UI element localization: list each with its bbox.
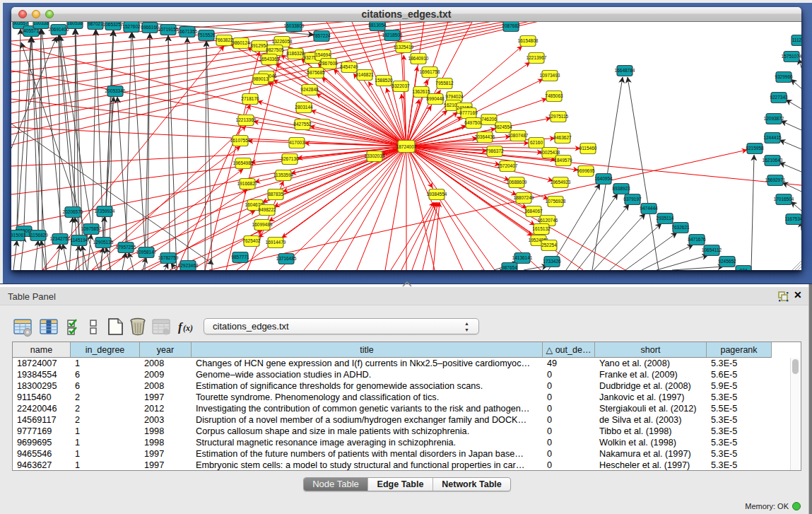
svg-text:9329966: 9329966: [775, 74, 793, 79]
svg-text:12905135: 12905135: [93, 240, 114, 245]
svg-text:12342757: 12342757: [50, 236, 71, 241]
svg-text:8938923: 8938923: [612, 186, 630, 191]
svg-text:252254: 252254: [541, 243, 557, 247]
svg-text:8813054: 8813054: [368, 23, 387, 28]
svg-text:12923468: 12923468: [178, 263, 199, 268]
svg-text:13716485: 13716485: [276, 256, 297, 261]
svg-text:11353594: 11353594: [273, 173, 294, 177]
svg-text:16107554: 16107554: [230, 138, 251, 143]
svg-text:20053346: 20053346: [105, 88, 126, 93]
svg-text:9227343: 9227343: [770, 95, 788, 100]
svg-text:10973493: 10973493: [540, 73, 560, 78]
svg-text:9827505: 9827505: [266, 47, 284, 52]
svg-text:19654983: 19654983: [233, 160, 254, 165]
svg-text:8990448: 8990448: [426, 96, 445, 101]
svg-text:18807249: 18807249: [514, 195, 534, 200]
svg-text:16099489: 16099489: [252, 222, 273, 227]
svg-text:16033809: 16033809: [284, 23, 305, 28]
svg-text:14136141: 14136141: [512, 255, 533, 260]
svg-text:16648784: 16648784: [615, 68, 635, 73]
svg-text:887835: 887835: [268, 192, 283, 197]
svg-text:15720407: 15720407: [498, 163, 518, 168]
svg-text:16210643: 16210643: [763, 158, 783, 163]
svg-text:7663822: 7663822: [215, 37, 233, 42]
svg-text:16543362: 16543362: [259, 57, 280, 62]
svg-text:924: 924: [740, 268, 748, 270]
svg-text:9794024: 9794024: [445, 94, 464, 99]
svg-text:3915061: 3915061: [11, 233, 26, 238]
svg-text:987654: 987654: [502, 265, 517, 270]
svg-text:1527602: 1527602: [122, 24, 141, 29]
svg-text:9857771: 9857771: [231, 255, 249, 259]
svg-text:9474444: 9474444: [640, 206, 658, 211]
svg-text:17957255: 17957255: [116, 245, 136, 250]
svg-text:10756928: 10756928: [546, 199, 566, 204]
svg-text:746206: 746206: [481, 117, 497, 122]
svg-text:19384554: 19384554: [427, 192, 447, 197]
svg-text:7515526: 7515526: [197, 33, 216, 37]
svg-text:3267130: 3267130: [281, 156, 299, 161]
svg-text:12213369: 12213369: [236, 117, 257, 122]
svg-text:1167534: 1167534: [785, 216, 801, 221]
svg-text:9463627: 9463627: [553, 135, 572, 140]
svg-text:17016504: 17016504: [774, 197, 794, 201]
svg-text:903557: 903557: [13, 22, 28, 25]
svg-text:18724007: 18724007: [396, 144, 417, 149]
svg-text:8215958: 8215958: [746, 146, 764, 151]
svg-text:19166827: 19166827: [237, 181, 258, 186]
svg-text:1588520: 1588520: [375, 78, 393, 83]
svg-text:12975115: 12975115: [548, 114, 569, 119]
svg-text:2803144: 2803144: [295, 105, 313, 110]
svg-text:160538: 160538: [67, 22, 83, 25]
svg-text:20691406: 20691406: [49, 27, 69, 32]
svg-text:19654923: 19654923: [551, 180, 571, 185]
svg-text:11156829: 11156829: [28, 233, 48, 238]
svg-text:5875685: 5875685: [307, 70, 325, 75]
svg-text:(x): (x): [183, 323, 193, 333]
svg-text:9498222: 9498222: [258, 207, 276, 212]
svg-text:10025438: 10025438: [540, 150, 560, 155]
svg-text:8454749: 8454749: [340, 64, 358, 69]
svg-text:7955812: 7955812: [435, 81, 454, 86]
svg-text:7986372: 7986372: [486, 148, 504, 153]
svg-text:1362615: 1362615: [412, 89, 430, 94]
svg-text:62160: 62160: [530, 140, 543, 145]
svg-text:6966160: 6966160: [141, 25, 159, 30]
svg-text:417003: 417003: [289, 140, 305, 145]
svg-text:8427552: 8427552: [293, 122, 312, 127]
svg-text:17359924: 17359924: [95, 209, 115, 214]
svg-text:16120746: 16120746: [538, 218, 558, 223]
svg-text:8186328: 8186328: [286, 51, 305, 56]
svg-text:9777169: 9777169: [459, 110, 478, 115]
svg-text:10958147: 10958147: [136, 250, 157, 255]
svg-text:154694: 154694: [315, 52, 331, 57]
svg-text:16154808: 16154808: [518, 38, 539, 43]
svg-text:5322037: 5322037: [392, 83, 410, 88]
svg-text:2718176: 2718176: [241, 96, 259, 101]
svg-text:1640954: 1640954: [594, 176, 613, 181]
svg-text:9245652: 9245652: [718, 259, 736, 264]
svg-text:3684067: 3684067: [524, 209, 543, 214]
svg-text:10719155: 10719155: [158, 27, 179, 32]
svg-text:16782759: 16782759: [158, 255, 179, 260]
svg-text:111240: 111240: [792, 37, 801, 42]
svg-text:9242848: 9242848: [300, 87, 319, 92]
svg-text:9146821: 9146821: [355, 72, 374, 77]
svg-text:10653257: 10653257: [103, 22, 124, 27]
svg-text:6497508: 6497508: [464, 120, 483, 125]
svg-text:2087682: 2087682: [502, 23, 520, 28]
svg-text:7625402: 7625402: [242, 238, 261, 243]
svg-text:14055713: 14055713: [21, 28, 42, 33]
svg-text:10807487: 10807487: [508, 133, 529, 138]
svg-text:12093872: 12093872: [764, 116, 784, 121]
svg-text:1849579: 1849579: [554, 158, 572, 163]
svg-text:1615132: 1615132: [532, 226, 551, 231]
svg-text:20206575: 20206575: [63, 209, 83, 214]
svg-text:16914479: 16914479: [266, 240, 286, 245]
svg-text:18640910: 18640910: [408, 56, 429, 61]
svg-text:10975857: 10975857: [81, 226, 102, 231]
svg-text:989013: 989013: [253, 76, 269, 81]
svg-text:1244415: 1244415: [763, 135, 782, 140]
svg-text:9860124: 9860124: [232, 40, 250, 45]
svg-text:9699695: 9699695: [577, 168, 595, 173]
